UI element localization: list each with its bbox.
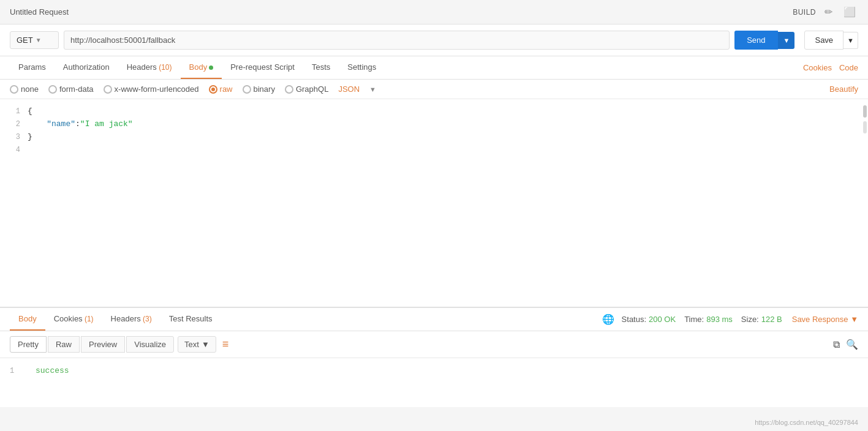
body-options-bar: none form-data x-www-form-urlencoded raw… [0,80,868,99]
url-input[interactable] [64,31,730,50]
send-dropdown-button[interactable]: ▼ [778,32,795,49]
response-tabs-bar: Body Cookies (1) Headers (3) Test Result… [0,307,868,331]
tab-authorization[interactable]: Authorization [55,56,118,79]
radio-urlencoded-dot [104,85,112,94]
line-numbers: 1 2 3 4 [0,105,28,157]
resp-tab-body[interactable]: Body [10,308,45,331]
radio-raw[interactable]: raw [209,84,233,94]
method-text: GET [17,36,33,45]
fmt-raw-button[interactable]: Raw [48,336,80,353]
request-tabs-bar: Params Authorization Headers (10) Body P… [0,56,868,80]
save-button[interactable]: Save [804,31,843,50]
globe-icon: 🌐 [602,313,614,325]
response-format-bar: Pretty Raw Preview Visualize Text ▼ ≡ ⧉ … [0,331,868,358]
tab-settings[interactable]: Settings [339,56,385,79]
tab-pre-request[interactable]: Pre-request Script [222,56,303,79]
cookies-link[interactable]: Cookies [803,57,832,78]
code-link[interactable]: Code [839,57,858,78]
radio-binary[interactable]: binary [243,84,275,94]
fmt-preview-button[interactable]: Preview [81,336,125,353]
radio-none[interactable]: none [10,84,39,94]
radio-urlencoded[interactable]: x-www-form-urlencoded [104,84,199,94]
line-num-2: 2 [5,118,20,131]
method-chevron-icon: ▼ [36,37,42,43]
save-response-button[interactable]: Save Response ▼ [792,315,858,324]
text-dropdown[interactable]: Text ▼ [178,336,216,353]
fmt-visualize-button[interactable]: Visualize [126,336,174,353]
line-num-3: 3 [5,131,20,144]
text-dropdown-chevron-icon: ▼ [202,340,209,349]
code-line-1: { [28,105,868,118]
resp-format-right: ⧉ 🔍 [833,339,858,350]
radio-form-data[interactable]: form-data [48,84,94,94]
save-dropdown-button[interactable]: ▼ [843,32,858,49]
body-active-dot [209,66,213,70]
edit-icon-button[interactable]: ✏ [822,5,835,19]
send-btn-group: Send ▼ [734,31,794,50]
search-response-button[interactable]: 🔍 [846,339,858,350]
tab-params[interactable]: Params [10,56,55,79]
resp-tab-test-results[interactable]: Test Results [160,308,221,331]
radio-form-data-dot [48,85,57,94]
code-content[interactable]: { "name":"I am jack" } [28,105,868,157]
beautify-button[interactable]: Beautify [829,84,858,94]
resp-line-num-1: 1 [10,367,28,375]
top-bar-actions: BUILD ✏ ⬜ [793,5,858,19]
save-btn-group: Save ▼ [804,31,858,50]
save-icon-button[interactable]: ⬜ [841,5,858,19]
tab-body[interactable]: Body [181,56,222,79]
resp-tab-headers[interactable]: Headers (3) [102,308,160,331]
json-format-label: JSON [338,84,360,94]
save-response-chevron-icon: ▼ [850,315,858,324]
top-bar: Untitled Request BUILD ✏ ⬜ [0,0,868,24]
radio-graphql-dot [285,85,293,94]
radio-none-dot [10,85,18,94]
build-button[interactable]: BUILD [793,8,816,17]
radio-raw-dot [209,85,217,94]
code-line-3: } [28,131,868,144]
copy-response-button[interactable]: ⧉ [833,339,840,350]
method-select[interactable]: GET ▼ [10,31,59,49]
tab-headers[interactable]: Headers (10) [118,56,181,79]
response-body: 1 success [0,358,868,407]
line-num-4: 4 [5,144,20,157]
wrap-lines-button[interactable]: ≡ [222,338,229,351]
json-dropdown-icon[interactable]: ▼ [369,86,376,93]
send-button[interactable]: Send [734,31,777,50]
line-num-1: 1 [5,105,20,118]
editor-scrollbar2 [863,121,867,133]
resp-line-1: 1 success [0,364,868,377]
tab-tests[interactable]: Tests [303,56,339,79]
url-bar: GET ▼ Send ▼ Save ▼ [0,24,868,56]
editor-scrollbar [863,105,867,118]
response-status-bar: 🌐 Status: 200 OK Time: 893 ms Size: 122 … [602,313,858,325]
radio-binary-dot [243,85,251,94]
tabs-right: Cookies Code [803,57,858,78]
code-line-2: "name":"I am jack" [28,118,868,131]
radio-graphql[interactable]: GraphQL [285,84,328,94]
request-title: Untitled Request [10,7,69,17]
code-editor: 1 2 3 4 { "name":"I am jack" } [0,99,868,307]
fmt-pretty-button[interactable]: Pretty [10,336,47,353]
resp-tab-cookies[interactable]: Cookies (1) [45,308,102,331]
code-line-4 [28,144,868,157]
